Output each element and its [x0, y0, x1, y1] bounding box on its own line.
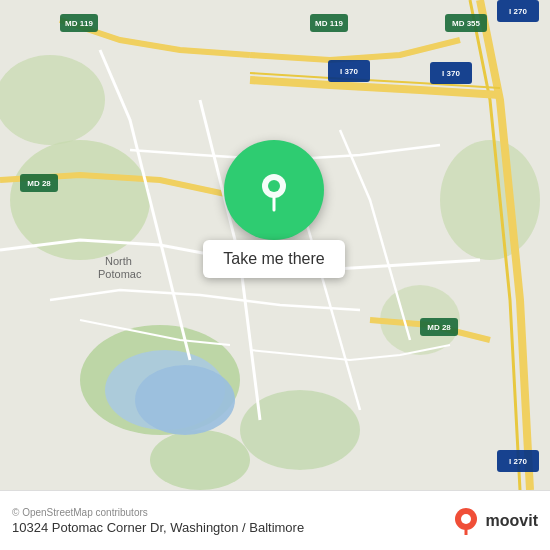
svg-point-9	[135, 365, 235, 435]
svg-text:MD 119: MD 119	[315, 19, 344, 28]
svg-point-7	[150, 430, 250, 490]
svg-text:MD 28: MD 28	[27, 179, 51, 188]
svg-text:Potomac: Potomac	[98, 268, 142, 280]
svg-text:I 270: I 270	[509, 7, 527, 16]
svg-text:I 370: I 370	[442, 69, 460, 78]
moovit-text: moovit	[486, 512, 538, 530]
svg-text:MD 355: MD 355	[452, 19, 481, 28]
moovit-logo: moovit	[452, 507, 538, 535]
svg-point-31	[268, 180, 280, 192]
bottom-bar: © OpenStreetMap contributors 10324 Potom…	[0, 490, 550, 550]
svg-point-3	[440, 140, 540, 260]
map-view: MD 119 MD 119 MD 28 MD 28 I 270 I 270 I …	[0, 0, 550, 490]
moovit-icon	[452, 507, 480, 535]
svg-text:MD 28: MD 28	[427, 323, 451, 332]
svg-text:North: North	[105, 255, 132, 267]
svg-point-5	[0, 55, 105, 145]
svg-text:I 370: I 370	[340, 67, 358, 76]
svg-text:I 270: I 270	[509, 457, 527, 466]
address-section: © OpenStreetMap contributors 10324 Potom…	[12, 507, 304, 535]
take-me-there-button[interactable]: Take me there	[203, 240, 344, 278]
action-overlay: Take me there	[185, 140, 363, 278]
copyright-text: © OpenStreetMap contributors	[12, 507, 304, 518]
svg-point-33	[461, 514, 471, 524]
map-pin	[224, 140, 324, 240]
address-text: 10324 Potomac Corner Dr, Washington / Ba…	[12, 520, 304, 535]
svg-text:MD 119: MD 119	[65, 19, 94, 28]
